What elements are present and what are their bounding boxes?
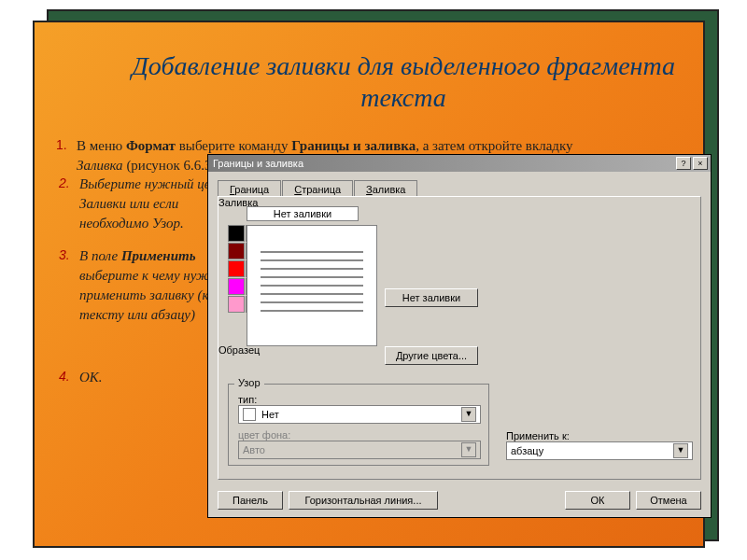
apply-to-area: Применить к: абзацу ▼: [506, 430, 693, 460]
slide-title: Добавление заливки для выделенного фрагм…: [100, 50, 707, 113]
borders-and-shading-dialog: Границы и заливка ? × Граница Страница З…: [207, 154, 712, 518]
more-colors-button[interactable]: Другие цвета...: [385, 346, 478, 365]
dialog-button-bar: Панель Горизонтальная линия... ОК Отмена: [218, 491, 701, 510]
bgcolor-value: Авто: [243, 444, 265, 455]
color-swatch[interactable]: [228, 296, 245, 313]
dialog-title-bar[interactable]: Границы и заливка ? ×: [208, 155, 711, 172]
bgcolor-label: цвет фона:: [238, 429, 481, 441]
step-number: 4.: [59, 368, 70, 386]
pattern-type-value: Нет: [261, 409, 279, 420]
chevron-down-icon: ▼: [461, 442, 476, 457]
step-number: 3.: [59, 246, 70, 265]
tab-row: Граница Страница Заливка: [218, 179, 711, 198]
pattern-group: Узор тип: Нет ▼ цвет фона: Авто ▼: [228, 384, 489, 466]
apply-to-combo[interactable]: абзацу ▼: [506, 441, 693, 460]
panel-button[interactable]: Панель: [218, 491, 283, 510]
dialog-title: Границы и заливка: [211, 158, 674, 169]
no-fill-swatch[interactable]: Нет заливки: [247, 206, 359, 221]
cancel-button[interactable]: Отмена: [636, 491, 701, 510]
color-swatch[interactable]: [228, 243, 245, 259]
step-number: 2.: [59, 175, 70, 193]
close-button[interactable]: ×: [693, 157, 708, 170]
ok-button[interactable]: ОК: [565, 491, 630, 510]
apply-to-value: абзацу: [511, 445, 543, 456]
chevron-down-icon: ▼: [673, 443, 688, 458]
pattern-type-label: тип:: [238, 394, 481, 405]
horizontal-line-button[interactable]: Горизонтальная линия...: [289, 491, 438, 510]
pattern-type-combo[interactable]: Нет ▼: [238, 405, 481, 424]
pattern-group-label: Узор: [234, 377, 264, 388]
sample-preview: [247, 225, 377, 346]
color-swatch[interactable]: [228, 260, 245, 277]
chevron-down-icon: ▼: [461, 407, 476, 422]
no-fill-button[interactable]: Нет заливки: [385, 288, 478, 307]
instruction-step-4: 4. ОК.: [79, 368, 191, 387]
color-swatch[interactable]: [228, 278, 245, 295]
apply-to-label: Применить к:: [506, 430, 693, 441]
tab-panel: Заливка Нет заливки Нет заливки Другие ц…: [218, 196, 701, 480]
color-swatch[interactable]: [228, 225, 245, 242]
pattern-preview-icon: [243, 408, 256, 421]
bgcolor-combo: Авто ▼: [238, 441, 481, 459]
step-number: 1.: [56, 136, 67, 155]
help-button[interactable]: ?: [676, 157, 691, 170]
